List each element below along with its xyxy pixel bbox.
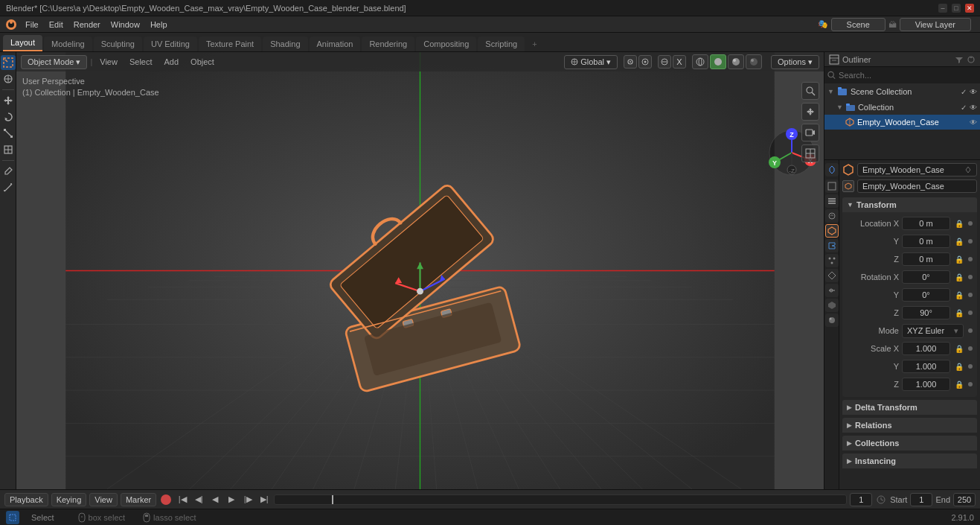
- scale-x-lock[interactable]: 🔒: [955, 345, 964, 353]
- scale-z-value[interactable]: 1.000: [902, 378, 950, 391]
- minimize-button[interactable]: –: [938, 4, 947, 13]
- view-layer-props-button[interactable]: [825, 194, 839, 208]
- location-z-lock[interactable]: 🔒: [955, 255, 964, 264]
- location-x-value[interactable]: 0 m: [902, 217, 950, 230]
- collection-eye[interactable]: 👁: [970, 104, 977, 112]
- outliner-filter-icon[interactable]: [955, 55, 964, 64]
- tab-texture-paint[interactable]: Texture Paint: [199, 36, 261, 51]
- location-y-value[interactable]: 0 m: [902, 235, 950, 248]
- physics-props-button[interactable]: [825, 269, 839, 282]
- tool-rotate[interactable]: [1, 109, 16, 124]
- maximize-button[interactable]: □: [952, 4, 961, 13]
- jump-end-button[interactable]: ▶|: [257, 493, 271, 506]
- render-props-button[interactable]: [825, 163, 839, 176]
- xray-toggle-button[interactable]: X: [673, 55, 686, 69]
- jump-start-button[interactable]: |◀: [176, 493, 189, 506]
- tool-measure[interactable]: [1, 180, 16, 195]
- data-props-button[interactable]: [825, 299, 839, 312]
- tab-scripting[interactable]: Scripting: [478, 36, 525, 51]
- tool-annotate[interactable]: [1, 164, 16, 179]
- blender-logo[interactable]: [3, 16, 19, 33]
- menu-file[interactable]: File: [21, 19, 43, 31]
- view-button[interactable]: View: [89, 493, 118, 506]
- scale-y-value[interactable]: 1.000: [902, 360, 950, 373]
- tool-transform[interactable]: [1, 142, 16, 157]
- rotation-y-value[interactable]: 0°: [902, 288, 950, 302]
- tab-uv-editing[interactable]: UV Editing: [144, 36, 197, 51]
- particles-props-button[interactable]: [825, 254, 839, 267]
- scale-y-lock[interactable]: 🔒: [955, 363, 964, 371]
- object-mode-button[interactable]: Object Mode ▾: [21, 55, 87, 69]
- scene-collection-eye[interactable]: 👁: [970, 88, 977, 96]
- tool-select[interactable]: [1, 55, 16, 70]
- scene-props-button[interactable]: [825, 209, 839, 223]
- tab-compositing[interactable]: Compositing: [416, 36, 476, 51]
- play-back-button[interactable]: ◀: [208, 493, 222, 506]
- relations-header[interactable]: ▶ Relations: [842, 418, 977, 433]
- camera-view-button[interactable]: [801, 124, 819, 141]
- outliner-search-input[interactable]: [839, 71, 977, 80]
- tab-layout[interactable]: Layout: [3, 35, 42, 51]
- modifier-props-button[interactable]: [825, 239, 839, 252]
- show-overlays-button[interactable]: [658, 55, 671, 69]
- rendered-mode-button[interactable]: [746, 54, 762, 69]
- collections-header[interactable]: ▶ Collections: [842, 436, 977, 451]
- transform-section-header[interactable]: ▼ Transform: [842, 197, 977, 212]
- snap-button[interactable]: [624, 55, 637, 69]
- pan-button[interactable]: [801, 103, 819, 121]
- instancing-header[interactable]: ▶ Instancing: [842, 454, 977, 468]
- rotation-y-lock[interactable]: 🔒: [955, 291, 964, 299]
- step-fwd-button[interactable]: |▶: [241, 493, 254, 506]
- rotation-mode-select[interactable]: XYZ Euler ▾: [902, 324, 964, 338]
- object-type-icon[interactable]: [842, 180, 854, 192]
- tab-animation[interactable]: Animation: [310, 36, 361, 51]
- current-frame[interactable]: 1: [850, 493, 872, 506]
- object-menu[interactable]: Object: [186, 56, 219, 68]
- location-x-lock[interactable]: 🔒: [955, 220, 964, 228]
- timeline-track[interactable]: [274, 494, 847, 505]
- wireframe-mode-button[interactable]: [692, 54, 708, 69]
- tab-modeling[interactable]: Modeling: [44, 36, 92, 51]
- view-menu[interactable]: View: [95, 56, 122, 68]
- object-props-button[interactable]: [825, 224, 839, 238]
- scale-z-lock[interactable]: 🔒: [955, 381, 964, 389]
- play-button[interactable]: ▶: [225, 493, 238, 506]
- material-props-button[interactable]: [825, 314, 839, 327]
- collection-item[interactable]: ▼ Collection ✓ 👁: [824, 100, 980, 115]
- location-y-lock[interactable]: 🔒: [955, 238, 964, 246]
- tool-cursor[interactable]: [1, 71, 16, 86]
- scale-x-value[interactable]: 1.000: [902, 342, 950, 355]
- rotation-z-value[interactable]: 90°: [902, 306, 950, 319]
- proportional-edit-button[interactable]: [638, 55, 652, 69]
- mesh-eye[interactable]: 👁: [970, 118, 977, 127]
- rotation-z-lock[interactable]: 🔒: [955, 309, 964, 317]
- tab-rendering[interactable]: Rendering: [362, 36, 414, 51]
- marker-button[interactable]: Marker: [121, 493, 156, 506]
- transform-global-button[interactable]: Global ▾: [564, 55, 618, 69]
- select-menu[interactable]: Select: [125, 56, 157, 68]
- step-back-button[interactable]: ◀|: [192, 493, 205, 506]
- end-frame[interactable]: 250: [953, 493, 976, 506]
- constraints-props-button[interactable]: [825, 284, 839, 297]
- viewport[interactable]: Object Mode ▾ | View Select Add Object G…: [16, 52, 824, 489]
- playback-button[interactable]: Playback: [4, 493, 48, 506]
- object-data-name[interactable]: Empty_Wooden_Case: [857, 179, 977, 193]
- keying-button[interactable]: Keying: [51, 493, 87, 506]
- tool-scale[interactable]: [1, 126, 16, 141]
- grid-view-button[interactable]: [801, 144, 819, 162]
- options-button[interactable]: Options ▾: [771, 55, 819, 69]
- viewport-scene[interactable]: [16, 52, 824, 489]
- scene-selector[interactable]: Scene: [831, 18, 885, 31]
- view-layer-selector[interactable]: View Layer: [900, 18, 971, 31]
- menu-window[interactable]: Window: [106, 19, 144, 31]
- start-frame[interactable]: 1: [910, 493, 932, 506]
- rotation-x-lock[interactable]: 🔒: [955, 273, 964, 281]
- location-z-value[interactable]: 0 m: [902, 252, 950, 266]
- delta-transform-header[interactable]: ▶ Delta Transform: [842, 400, 977, 415]
- close-button[interactable]: ✕: [965, 4, 974, 13]
- menu-help[interactable]: Help: [146, 19, 172, 31]
- rotation-x-value[interactable]: 0°: [902, 270, 950, 284]
- record-button[interactable]: [161, 494, 171, 505]
- solid-mode-button[interactable]: [710, 54, 726, 69]
- add-workspace-button[interactable]: +: [526, 36, 542, 51]
